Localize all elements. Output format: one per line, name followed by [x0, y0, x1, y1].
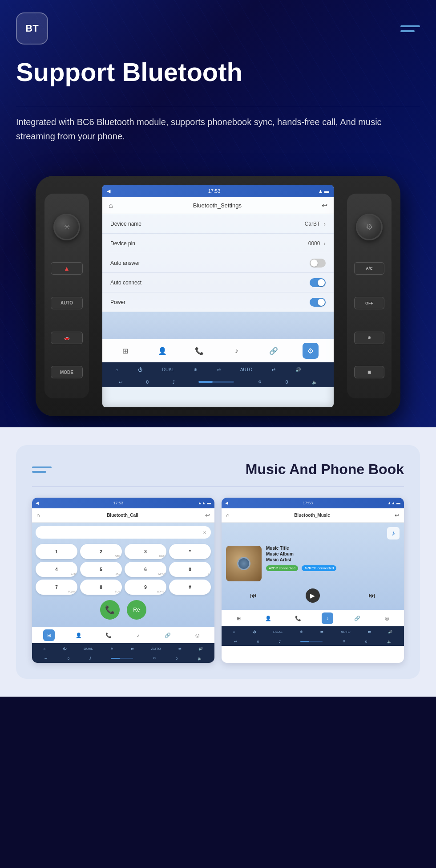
- second-section: Music And Phone Book ◀ 17:53 ▲▲ ▬ ⌂ Blue…: [0, 427, 436, 697]
- avrcp-badge: AVRCP connected: [302, 565, 336, 571]
- album-art: [226, 546, 262, 581]
- music-system-bar: ⌂ ⏻ DUAL ❄ ⇄ AUTO ⇄ 🔊: [222, 626, 404, 637]
- mode-button[interactable]: MODE: [51, 366, 83, 378]
- sys-back-icon[interactable]: ↩: [119, 380, 122, 385]
- auto-answer-toggle[interactable]: [310, 259, 326, 268]
- car-button[interactable]: 🚗: [51, 332, 83, 344]
- left-knob[interactable]: ✳: [53, 214, 80, 240]
- phone-sys-back[interactable]: ↩: [44, 657, 48, 661]
- nav-music-icon[interactable]: ♪: [229, 343, 245, 359]
- phone-sys-home[interactable]: ⌂: [43, 647, 45, 651]
- music-phone-icon[interactable]: 📞: [292, 612, 304, 624]
- music-note-nav-icon[interactable]: ♪: [322, 612, 333, 624]
- device-name-row[interactable]: Device name CarBT ›: [102, 214, 334, 234]
- menu-line-1: [400, 25, 420, 27]
- nav-contact-icon[interactable]: 👤: [154, 343, 170, 359]
- phone-home-icon[interactable]: ⌂: [36, 512, 40, 519]
- phone-sys-power[interactable]: ⏻: [63, 647, 66, 651]
- sys-home-icon[interactable]: ⌂: [116, 367, 118, 372]
- music-bottom-nav: ⊞ 👤 📞 ♪ 🔗 ◎: [222, 610, 404, 626]
- phone-sys-vol[interactable]: 🔊: [198, 647, 203, 651]
- music-sys-home[interactable]: ⌂: [233, 630, 235, 634]
- key-hash[interactable]: #: [169, 580, 211, 595]
- sys-up-icon[interactable]: ⤴: [173, 380, 175, 385]
- nav-link-icon[interactable]: 🔗: [266, 343, 282, 359]
- next-button[interactable]: ⏭: [368, 592, 375, 600]
- key-2[interactable]: 2ABC: [80, 544, 122, 559]
- music-sys-vol[interactable]: 🔊: [388, 630, 392, 634]
- key-0[interactable]: 0+: [169, 562, 211, 577]
- auto-button[interactable]: AUTO: [51, 297, 83, 309]
- key-9[interactable]: 9WXYZ: [125, 580, 166, 595]
- phone-link-icon[interactable]: 🔗: [162, 629, 174, 641]
- phone-sys-up[interactable]: ⤴: [89, 657, 91, 661]
- nav-grid-icon[interactable]: ⊞: [117, 343, 133, 359]
- car-dashboard: ✳ ▲ AUTO 🚗 MODE ◀ 17:53 ▲ ▬ ⌂ Bluetooth_…: [36, 176, 400, 416]
- menu-button[interactable]: [400, 25, 420, 32]
- sys-power-icon[interactable]: ⏻: [138, 367, 142, 372]
- key-star[interactable]: *: [169, 544, 211, 559]
- redial-button[interactable]: Re: [127, 600, 146, 620]
- right-knob[interactable]: ⚙: [356, 214, 383, 240]
- music-cam-icon[interactable]: ◎: [381, 612, 393, 624]
- music-link-icon[interactable]: 🔗: [351, 612, 363, 624]
- phone-cam-icon[interactable]: ◎: [192, 629, 203, 641]
- music-contact-icon[interactable]: 👤: [262, 612, 274, 624]
- music-grid-icon[interactable]: ⊞: [233, 612, 244, 624]
- phone-sys-dual: DUAL: [84, 647, 93, 651]
- screen-title: Bluetooth_Settings: [193, 202, 242, 209]
- sys-vol-icon[interactable]: 🔊: [295, 367, 301, 372]
- phone-contact-icon[interactable]: 👤: [73, 629, 85, 641]
- nav-phone-icon[interactable]: 📞: [191, 343, 207, 359]
- music-back-icon[interactable]: ↩: [395, 512, 400, 519]
- phone-music-icon[interactable]: ♪: [132, 629, 144, 641]
- back-icon[interactable]: ↩: [322, 201, 327, 210]
- phone-phone-icon[interactable]: 📞: [103, 629, 114, 641]
- ac-button[interactable]: A/C: [354, 262, 384, 275]
- key-6[interactable]: 6MNO: [125, 562, 166, 577]
- music-status-bar: ◀ 17:53 ▲▲ ▬: [222, 498, 404, 508]
- key-8[interactable]: 8TUV: [80, 580, 122, 595]
- status-icons: ▲ ▬: [318, 188, 329, 194]
- home-icon[interactable]: ⌂: [109, 202, 113, 210]
- phone-back-icon[interactable]: ↩: [205, 512, 210, 519]
- phone-sys-snow: ❄: [110, 647, 113, 651]
- key-4[interactable]: 4GHI: [36, 562, 77, 577]
- power-toggle[interactable]: [310, 298, 326, 307]
- device-pin-row[interactable]: Device pin 0000 ›: [102, 234, 334, 253]
- music-sys-voldown[interactable]: 🔈: [387, 640, 392, 644]
- key-1[interactable]: 1: [36, 544, 77, 559]
- play-button[interactable]: ▶: [306, 588, 320, 603]
- sys-progress-bar: [198, 381, 234, 383]
- music-sys-back[interactable]: ↩: [234, 640, 237, 644]
- auto-connect-row[interactable]: Auto connect: [102, 273, 334, 292]
- clear-icon[interactable]: ✕: [203, 530, 206, 535]
- key-5[interactable]: 5JKL: [80, 562, 122, 577]
- phone-input[interactable]: ✕: [36, 526, 211, 539]
- auto-answer-row[interactable]: Auto answer: [102, 253, 334, 273]
- phone-sys-temp: ⚙: [153, 657, 156, 660]
- screen-btn[interactable]: ▣: [354, 366, 384, 378]
- music-home-icon[interactable]: ⌂: [226, 512, 230, 519]
- phone-grid-icon[interactable]: ⊞: [43, 629, 55, 641]
- sys-vol-down-icon[interactable]: 🔈: [312, 380, 317, 385]
- section-menu-line-1: [32, 466, 52, 468]
- section-menu-icon[interactable]: [32, 466, 52, 473]
- phone-sys-voldown[interactable]: 🔈: [198, 657, 202, 661]
- nav-settings-icon[interactable]: ⚙: [303, 343, 319, 359]
- defrost-button[interactable]: ❄: [354, 332, 384, 344]
- off-button[interactable]: OFF: [354, 297, 384, 309]
- music-sys-up[interactable]: ⤴: [279, 640, 281, 644]
- hazard-button[interactable]: ▲: [51, 262, 83, 275]
- music-sys-power[interactable]: ⏻: [252, 630, 256, 634]
- sys-progress-fill: [198, 381, 213, 383]
- power-row[interactable]: Power: [102, 292, 334, 312]
- auto-connect-toggle[interactable]: [310, 278, 326, 287]
- key-7[interactable]: 7PQRS: [36, 580, 77, 595]
- call-button[interactable]: 📞: [100, 600, 120, 620]
- key-3[interactable]: 3DEF: [125, 544, 166, 559]
- prev-button[interactable]: ⏮: [250, 592, 257, 600]
- phone-time: 17:53: [113, 501, 124, 505]
- music-time: 17:53: [303, 501, 313, 505]
- bt-logo: BT: [16, 12, 48, 45]
